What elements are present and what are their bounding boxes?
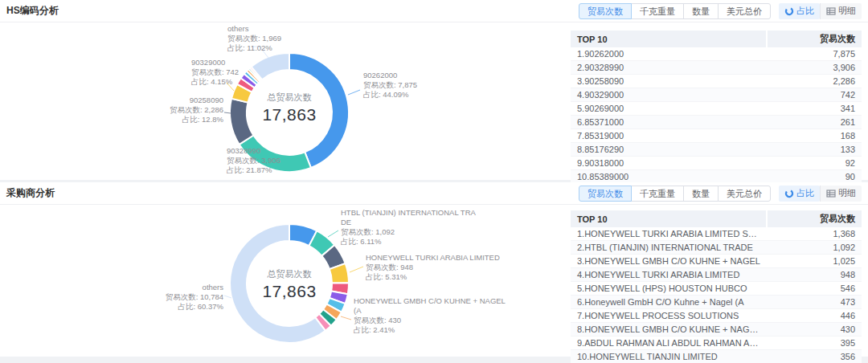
row-name: 7.85319000 [571,129,767,143]
view-button-label: 明细 [838,5,856,17]
row-name: 9.ABDUL RAHMAN ALI ABDUL RAHMAN AL-TU [571,336,767,350]
metric-button-trade-count[interactable]: 贸易次数 [579,186,632,202]
row-name: 6.Honeywell GmbH C/O Kuhne + Nagel (A [571,296,767,309]
slice-callout-line: HTBL (TIANJIN) INTERNATIONAL TRA [341,208,476,218]
table-header-metric: 贸易次数 [767,31,862,47]
slice-callout-line: 90328990 [227,146,280,156]
table-header-top10: TOP 10 [571,31,767,47]
table-row: 8.85176290133 [571,143,862,157]
table-row: 7.HONEYWELL PROCESS SOLUTIONS446 [571,309,862,323]
slice-callout: others贸易次数: 10,784占比: 60.37% [133,283,223,312]
section-title: 采购商分析 [6,186,55,200]
table-row: 7.85319000168 [571,129,862,143]
metric-button-usd-total[interactable]: 美元总价 [718,186,771,202]
slice-callout-line: 占比: 4.15% [191,77,239,87]
table-row: 4.HONEYWELL TURKI ARABIA LIMITED948 [571,268,862,282]
slice-callout-line: 贸易次数: 3,906 [227,156,280,165]
slice-callout-line: 贸易次数: 1,969 [227,34,281,43]
slice-callout-line: 贸易次数: 430 [354,316,506,325]
row-name: 6.85371000 [571,116,767,129]
slice-callout-line: 占比: 44.09% [363,90,417,100]
row-value: 92 [767,157,862,170]
row-name: 2.90328990 [571,61,767,75]
view-button-detail[interactable]: 明细 [820,186,862,202]
donut-center-label: 总贸易次数17,863 [262,92,316,124]
slice-callout-line: others [133,283,223,292]
row-value: 356 [767,350,862,363]
donut-center-title: 总贸易次数 [262,92,316,104]
pie-slice-90258090[interactable] [230,99,253,145]
table-row: 5.90269000341 [571,102,862,116]
slice-callout-line: 占比: 6.11% [341,237,476,247]
table-row: 6.Honeywell GmbH C/O Kuhne + Nagel (A473 [571,296,862,309]
slice-callout-line: DE [341,218,476,227]
view-toggle: 占比 明细 [779,186,862,202]
table-row: 2.HTBL (TIANJIN) INTERNATIONAL TRADE1,09… [571,241,862,255]
slice-callout-line: 贸易次数: 1,092 [341,227,476,237]
view-button-detail[interactable]: 明细 [820,3,862,19]
table-row: 1.HONEYWELL TURKI ARABIA LIMITED SAUD1,3… [571,227,862,241]
row-value: 2,286 [767,75,862,88]
metric-button-quantity[interactable]: 数量 [683,186,719,202]
buyer-top10-table: TOP 10 贸易次数 1.HONEYWELL TURKI ARABIA LIM… [571,210,862,363]
view-toggle: 占比 明细 [779,3,862,19]
hs-code-analysis-section: HS编码分析 贸易次数 千克重量 数量 美元总价 占比 [0,0,868,180]
table-row: 1.902620007,875 [571,47,862,61]
metric-button-usd-total[interactable]: 美元总价 [718,3,771,19]
row-value: 90 [767,170,862,184]
row-name: 5.90269000 [571,102,767,116]
donut-center-label: 总贸易次数17,863 [262,268,316,301]
table-row: 5.HONEYWELL (HPS) HOUSTON HUBCO546 [571,282,862,296]
hs-code-donut-chart: others贸易次数: 1,969占比: 11.02%90329000贸易次数:… [0,22,567,180]
slice-callout-line: 贸易次数: 948 [366,263,500,272]
donut-chart-icon [784,189,794,198]
table-row: 9.9031800092 [571,157,862,170]
table-row: 2.903289903,906 [571,61,862,75]
slice-callout: 90262000贸易次数: 7,875占比: 44.09% [363,71,417,100]
slice-callout-line: 占比: 2.41% [354,325,506,335]
row-value: 1,025 [767,255,862,268]
row-name: 9.90318000 [571,157,767,170]
view-button-ratio[interactable]: 占比 [779,186,820,202]
row-value: 1,368 [767,227,862,241]
view-button-ratio[interactable]: 占比 [779,3,820,19]
view-button-label: 占比 [796,5,814,17]
row-name: 4.HONEYWELL TURKI ARABIA LIMITED [571,268,767,282]
view-button-label: 明细 [838,187,856,199]
row-value: 546 [767,282,862,296]
row-value: 133 [767,143,862,157]
table-row: 10.HONEYWELL TIANJIN LIMITED356 [571,350,862,363]
table-header-row: TOP 10 贸易次数 [571,210,862,227]
table-row: 4.90329000742 [571,88,862,102]
table-row: 10.8538900090 [571,170,862,184]
metric-button-kg-weight[interactable]: 千克重量 [631,186,684,202]
slice-callout-line: 占比: 21.87% [227,165,280,175]
metric-button-kg-weight[interactable]: 千克重量 [631,3,684,19]
slice-callout: HTBL (TIANJIN) INTERNATIONAL TRADE贸易次数: … [341,208,476,247]
row-value: 473 [767,296,862,309]
slice-callout: 90328990贸易次数: 3,906占比: 21.87% [227,146,280,175]
row-name: 8.85176290 [571,143,767,157]
section-header: HS编码分析 贸易次数 千克重量 数量 美元总价 占比 [0,0,868,22]
table-header-top10: TOP 10 [571,210,767,227]
table-row: 3.HONEYWELL GMBH C/O KUHNE + NAGEL1,025 [571,255,862,268]
slice-callout: HONEYWELL TURKI ARABIA LIMITED贸易次数: 948占… [366,253,500,282]
row-value: 7,875 [767,47,862,61]
slice-callout-line: 90262000 [363,71,417,80]
slice-callout-line: 占比: 12.8% [156,115,223,124]
table-row: 9.ABDUL RAHMAN ALI ABDUL RAHMAN AL-TU395 [571,336,862,350]
slice-callout-line: 占比: 60.37% [133,302,223,312]
row-value: 446 [767,309,862,323]
metric-button-trade-count[interactable]: 贸易次数 [579,3,632,19]
row-value: 395 [767,336,862,350]
slice-callout-line: HONEYWELL TURKI ARABIA LIMITED [366,253,500,263]
metric-button-quantity[interactable]: 数量 [683,3,719,19]
view-button-label: 占比 [796,187,814,199]
hs-code-top10-table: TOP 10 贸易次数 1.902620007,8752.903289903,9… [571,31,862,184]
slice-callout-line: 占比: 11.02% [227,43,281,53]
slice-callout-line: (A [354,306,506,316]
slice-callout: 90258090贸易次数: 2,286占比: 12.8% [156,96,223,124]
row-value: 742 [767,88,862,102]
buyer-analysis-section: 采购商分析 贸易次数 千克重量 数量 美元总价 占比 [0,182,868,357]
slice-callout: 90329000贸易次数: 742占比: 4.15% [191,58,239,87]
